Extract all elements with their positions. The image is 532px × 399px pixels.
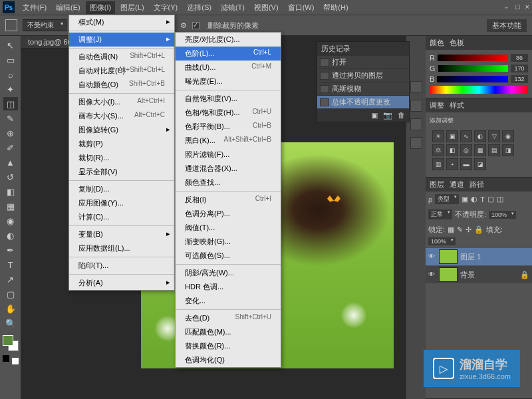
path-tool[interactable]: ↗ xyxy=(3,273,18,286)
strip-icon-2[interactable] xyxy=(410,100,422,112)
tab-color[interactable]: 颜色 xyxy=(430,38,444,48)
lock-pos-icon[interactable]: ✢ xyxy=(466,225,471,234)
menu-entry[interactable]: 可选颜色(S)... xyxy=(176,249,281,263)
filter-shape-icon[interactable]: ▢ xyxy=(487,195,494,203)
menu-entry[interactable]: 色调均化(Q) xyxy=(176,353,281,367)
history-delete-icon[interactable]: 🗑 xyxy=(398,111,405,120)
constraint-dropdown[interactable]: 不受约束 xyxy=(23,19,66,31)
menu-entry[interactable]: 陷印(T)... xyxy=(69,259,174,273)
brightness-icon[interactable]: ☀ xyxy=(432,130,444,142)
menu-entry[interactable]: 黑白(K)...Alt+Shift+Ctrl+B xyxy=(176,134,281,148)
exposure-icon[interactable]: ◐ xyxy=(474,130,486,142)
menu-entry[interactable]: 画布大小(S)...Alt+Ctrl+C xyxy=(69,109,174,123)
g-value[interactable]: 170 xyxy=(511,65,528,72)
layer-row[interactable]: 👁图层 1 xyxy=(426,248,532,265)
menu-entry[interactable]: 色阶(L)...Ctrl+L xyxy=(176,47,281,61)
menu-item[interactable]: 文件(F) xyxy=(19,1,51,14)
strip-icon-3[interactable] xyxy=(410,118,422,130)
filter-smart-icon[interactable]: ◫ xyxy=(497,195,503,203)
filter-pixel-icon[interactable]: ▣ xyxy=(462,195,468,203)
menu-entry[interactable]: 应用图像(Y)... xyxy=(69,196,174,210)
menu-entry[interactable]: 自动色调(N)Shift+Ctrl+L xyxy=(69,50,174,64)
bw-icon[interactable]: ◧ xyxy=(446,144,458,156)
pen-tool[interactable]: ✒ xyxy=(3,243,18,257)
spectrum-bar[interactable] xyxy=(430,86,528,94)
tab-layers[interactable]: 图层 xyxy=(430,180,444,190)
menu-entry[interactable]: 阴影/高光(W)... xyxy=(176,266,281,280)
lock-all-icon[interactable]: 🔒 xyxy=(474,225,483,234)
r-slider[interactable] xyxy=(438,55,508,61)
menu-item[interactable]: 帮助(H) xyxy=(319,1,352,14)
menu-entry[interactable]: 图像旋转(G) xyxy=(69,123,174,137)
shape-tool[interactable]: ▢ xyxy=(3,287,18,301)
menu-entry[interactable]: 变化... xyxy=(176,294,281,308)
b-value[interactable]: 132 xyxy=(511,75,528,83)
layer-name[interactable]: 图层 1 xyxy=(460,252,481,262)
hue-icon[interactable]: ◉ xyxy=(502,130,514,142)
history-item[interactable]: 高斯模糊 xyxy=(317,82,409,96)
menu-item[interactable]: 滤镜(T) xyxy=(217,1,249,14)
mixer-icon[interactable]: ▦ xyxy=(474,144,486,156)
delete-pixels-checkbox[interactable] xyxy=(192,22,200,29)
menu-entry[interactable]: HDR 色调... xyxy=(176,280,281,294)
menu-entry[interactable]: 复制(D)... xyxy=(69,182,174,196)
menu-entry[interactable]: 色调分离(P)... xyxy=(176,207,281,221)
lock-paint-icon[interactable]: ✎ xyxy=(457,225,463,234)
menu-entry[interactable]: 阈值(T)... xyxy=(176,221,281,235)
levels-icon[interactable]: ▣ xyxy=(446,130,458,142)
healing-tool[interactable]: ⊕ xyxy=(3,126,18,140)
move-tool[interactable]: ↖ xyxy=(3,39,18,52)
layer-thumbnail[interactable] xyxy=(439,267,458,282)
menu-item[interactable]: 图层(L) xyxy=(116,1,148,14)
menu-entry[interactable]: 应用数据组(L)... xyxy=(69,241,174,255)
menu-entry[interactable]: 色彩平衡(B)...Ctrl+B xyxy=(176,120,281,134)
minimize-icon[interactable]: － xyxy=(503,3,510,13)
tab-adjustments[interactable]: 调整 xyxy=(430,100,444,110)
menu-entry[interactable]: 曝光度(E)... xyxy=(176,74,281,88)
gradient-tool[interactable]: ▦ xyxy=(3,200,18,213)
zoom-tool[interactable]: 🔍 xyxy=(3,317,18,330)
stamp-tool[interactable]: ▲ xyxy=(3,156,18,169)
blend-mode-dropdown[interactable]: 正常 xyxy=(428,209,452,219)
eyedropper-tool[interactable]: ✎ xyxy=(3,112,18,125)
menu-entry[interactable]: 反相(I)Ctrl+I xyxy=(176,193,281,207)
lookup-icon[interactable]: ▤ xyxy=(488,144,500,156)
default-colors[interactable] xyxy=(3,355,19,364)
menu-item[interactable]: 图像(I) xyxy=(86,1,115,14)
visibility-icon[interactable]: 👁 xyxy=(428,253,436,261)
menu-entry[interactable]: 亮度/对比度(C)... xyxy=(176,33,281,47)
curves-icon[interactable]: ∿ xyxy=(460,130,472,142)
r-value[interactable]: 86 xyxy=(511,54,528,62)
tab-paths[interactable]: 路径 xyxy=(469,180,484,190)
menu-item[interactable]: 窗口(W) xyxy=(284,1,319,14)
wand-tool[interactable]: ✦ xyxy=(3,82,18,96)
layer-thumbnail[interactable] xyxy=(439,249,458,264)
tab-channels[interactable]: 通道 xyxy=(450,180,464,190)
layer-name[interactable]: 背景 xyxy=(460,270,475,280)
menu-entry[interactable]: 替换颜色(R)... xyxy=(176,339,281,353)
history-brush-tool[interactable]: ↺ xyxy=(3,170,18,184)
crop-tool[interactable]: ◫ xyxy=(3,97,18,110)
g-slider[interactable] xyxy=(438,65,508,72)
visibility-icon[interactable]: 👁 xyxy=(428,271,436,279)
opacity-input[interactable]: 100% xyxy=(489,211,516,219)
history-snapshot-icon[interactable]: ▣ xyxy=(371,111,378,120)
threshold-icon[interactable]: ▪ xyxy=(446,158,458,170)
menu-entry[interactable]: 色相/饱和度(H)...Ctrl+U xyxy=(176,106,281,120)
menu-entry[interactable]: 渐变映射(G)... xyxy=(176,235,281,249)
tab-swatches[interactable]: 色板 xyxy=(450,38,464,48)
balance-icon[interactable]: ⚖ xyxy=(432,144,444,156)
menu-entry[interactable]: 自动对比度(U)Alt+Shift+Ctrl+L xyxy=(69,64,174,78)
menu-entry[interactable]: 裁剪(P) xyxy=(69,137,174,151)
menu-entry[interactable]: 变量(B) xyxy=(69,227,174,241)
filter-icon[interactable]: ◎ xyxy=(460,144,472,156)
history-item[interactable]: 通过拷贝的图层 xyxy=(317,69,409,82)
workspace-switcher[interactable]: 基本功能 xyxy=(487,19,527,32)
color-swatch[interactable] xyxy=(3,335,19,351)
filter-adj-icon[interactable]: ◐ xyxy=(471,195,477,203)
menu-entry[interactable]: 颜色查找... xyxy=(176,176,281,190)
gradient-map-icon[interactable]: ▬ xyxy=(460,158,472,170)
posterize-icon[interactable]: ▥ xyxy=(432,158,444,170)
close-icon[interactable]: × xyxy=(525,3,529,13)
tab-styles[interactable]: 样式 xyxy=(450,100,464,110)
